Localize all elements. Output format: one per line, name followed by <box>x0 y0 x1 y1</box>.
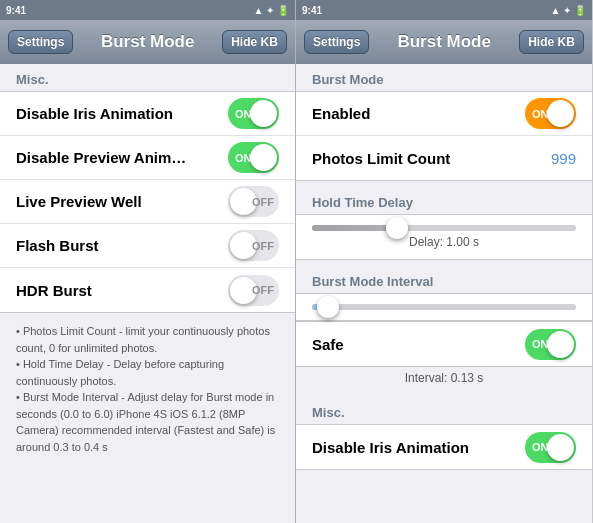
row-label-hdrburst: HDR Burst <box>16 282 92 299</box>
toggle-knob-safe <box>547 331 574 358</box>
hold-time-slider-track <box>312 225 576 231</box>
burst-mode-table: Enabled ON Photos Limit Count 999 <box>296 91 592 181</box>
table-row: HDR Burst OFF <box>0 268 295 312</box>
left-content: Misc. Disable Iris Animation ON Disable … <box>0 64 295 523</box>
hide-kb-button-left[interactable]: Hide KB <box>222 30 287 54</box>
toggle-knob-enabled <box>547 100 574 127</box>
safe-table: Safe ON <box>296 321 592 367</box>
toggle-label-hdrburst: OFF <box>252 284 274 296</box>
page-title-left: Burst Mode <box>73 32 222 52</box>
status-bar-left: 9:41 ▲ ✦ 🔋 <box>0 0 295 20</box>
hide-kb-button-right[interactable]: Hide KB <box>519 30 584 54</box>
misc-table-left: Disable Iris Animation ON Disable Previe… <box>0 91 295 313</box>
right-panel: 9:41 ▲ ✦ 🔋 Settings Burst Mode Hide KB B… <box>296 0 592 523</box>
toggle-preview[interactable]: ON <box>228 142 279 173</box>
status-bar-right: 9:41 ▲ ✦ 🔋 <box>296 0 592 20</box>
toggle-iris-right[interactable]: ON <box>525 432 576 463</box>
row-label-livepreview: Live Preview Well <box>16 193 142 210</box>
row-label-iris: Disable Iris Animation <box>16 105 173 122</box>
status-time-left: 9:41 <box>6 5 26 16</box>
burst-interval-slider-track <box>312 304 576 310</box>
toggle-livepreview[interactable]: OFF <box>228 186 279 217</box>
top-bar-left: Settings Burst Mode Hide KB <box>0 20 295 64</box>
misc-section-header-right: Misc. <box>296 397 592 424</box>
toggle-hdrburst[interactable]: OFF <box>228 275 279 306</box>
row-label-iris-right: Disable Iris Animation <box>312 439 469 456</box>
burst-interval-slider-container <box>296 293 592 321</box>
toggle-flashburst[interactable]: OFF <box>228 230 279 261</box>
table-row: Disable Preview Anim… ON <box>0 136 295 180</box>
info-text-left: • Photos Limit Count - limit your contin… <box>0 313 295 465</box>
hold-time-sub-label: Delay: 1.00 s <box>312 231 576 249</box>
row-label-flashburst: Flash Burst <box>16 237 99 254</box>
top-bar-right: Settings Burst Mode Hide KB <box>296 20 592 64</box>
misc-section-header-left: Misc. <box>0 64 295 91</box>
table-row: Live Preview Well OFF <box>0 180 295 224</box>
status-icons-right: ▲ ✦ 🔋 <box>551 5 586 16</box>
table-row: Disable Iris Animation ON <box>296 425 592 469</box>
toggle-iris[interactable]: ON <box>228 98 279 129</box>
toggle-enabled[interactable]: ON <box>525 98 576 129</box>
hold-time-header: Hold Time Delay <box>296 187 592 214</box>
hold-time-slider-container: Delay: 1.00 s <box>296 214 592 260</box>
burst-interval-slider-thumb[interactable] <box>317 296 339 318</box>
table-row: Safe ON <box>296 322 592 366</box>
photos-limit-value: 999 <box>551 150 576 167</box>
page-title-right: Burst Mode <box>369 32 519 52</box>
burst-mode-section-header: Burst Mode <box>296 64 592 91</box>
row-label-photos-limit: Photos Limit Count <box>312 150 450 167</box>
row-label-preview: Disable Preview Anim… <box>16 149 186 166</box>
burst-interval-sub-label: Interval: 0.13 s <box>296 367 592 391</box>
row-label-safe: Safe <box>312 336 344 353</box>
burst-interval-header: Burst Mode Interval <box>296 266 592 293</box>
settings-button-left[interactable]: Settings <box>8 30 73 54</box>
table-row: Enabled ON <box>296 92 592 136</box>
status-icons-left: ▲ ✦ 🔋 <box>254 5 289 16</box>
status-time-right: 9:41 <box>302 5 322 16</box>
toggle-safe[interactable]: ON <box>525 329 576 360</box>
hold-time-slider-thumb[interactable] <box>386 217 408 239</box>
settings-button-right[interactable]: Settings <box>304 30 369 54</box>
toggle-label-livepreview: OFF <box>252 196 274 208</box>
table-row: Flash Burst OFF <box>0 224 295 268</box>
toggle-knob-preview <box>250 144 277 171</box>
toggle-knob-iris-right <box>547 434 574 461</box>
toggle-label-flashburst: OFF <box>252 240 274 252</box>
table-row: Disable Iris Animation ON <box>0 92 295 136</box>
misc-table-right: Disable Iris Animation ON <box>296 424 592 470</box>
right-content: Burst Mode Enabled ON Photos Limit Count… <box>296 64 592 523</box>
left-panel: 9:41 ▲ ✦ 🔋 Settings Burst Mode Hide KB M… <box>0 0 296 523</box>
row-label-enabled: Enabled <box>312 105 370 122</box>
toggle-knob-iris <box>250 100 277 127</box>
table-row: Photos Limit Count 999 <box>296 136 592 180</box>
